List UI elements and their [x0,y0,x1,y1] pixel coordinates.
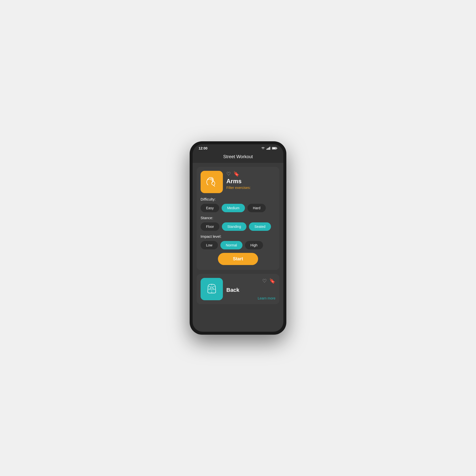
impact-high-btn[interactable]: High [245,241,263,249]
stance-buttons: Floor Standing Seated [201,222,275,231]
content-area: ♡ 🔖 Arms Filter exercises: Difficulty: E… [193,163,283,332]
back-card-name: Back [226,287,275,293]
svg-rect-2 [268,148,269,150]
stance-section: Stance: Floor Standing Seated [201,216,275,231]
stance-standing-btn[interactable]: Standing [222,222,246,231]
back-heart-icon[interactable]: ♡ [262,278,267,284]
status-time: 12:00 [199,146,208,150]
back-card: ♡ 🔖 Back Learn more [197,274,279,304]
back-bookmark-icon[interactable]: 🔖 [269,278,275,284]
start-container: Start [201,253,275,265]
arms-title-area: ♡ 🔖 Arms Filter exercises: [226,171,275,190]
impact-buttons: Low Normal High [201,241,275,249]
svg-rect-0 [267,149,267,150]
phone-frame: 12:00 [190,141,286,335]
phone-screen: 12:00 [193,144,283,332]
filter-exercises-label: Filter exercises: [226,186,275,190]
back-title-area: ♡ 🔖 Back Learn more [226,278,275,300]
stance-label: Stance: [201,216,275,220]
back-icon-container [201,278,223,300]
difficulty-label: Difficulty: [201,197,275,201]
heart-icon[interactable]: ♡ [226,171,231,177]
learn-more-link[interactable]: Learn more [226,296,275,300]
svg-rect-3 [269,147,270,150]
svg-rect-5 [272,148,276,149]
impact-low-btn[interactable]: Low [201,241,218,249]
back-muscle-icon [204,282,219,297]
status-icons [261,147,277,150]
signal-icon [267,147,270,150]
arms-card-header: ♡ 🔖 Arms Filter exercises: [201,171,275,193]
battery-icon [272,147,277,150]
impact-normal-btn[interactable]: Normal [220,241,242,249]
difficulty-buttons: Easy Medium Hard [201,204,275,212]
start-button[interactable]: Start [218,253,258,265]
difficulty-hard-btn[interactable]: Hard [247,204,266,212]
arms-icon-container [201,171,223,193]
back-actions: ♡ 🔖 [262,278,275,284]
impact-label: Impact level: [201,234,275,238]
stance-floor-btn[interactable]: Floor [201,222,219,231]
app-title-bar: Street Workout [193,152,283,163]
difficulty-section: Difficulty: Easy Medium Hard [201,197,275,212]
arms-card: ♡ 🔖 Arms Filter exercises: Difficulty: E… [197,167,279,270]
arms-card-name: Arms [226,178,275,185]
arms-actions: ♡ 🔖 [226,171,275,177]
difficulty-medium-btn[interactable]: Medium [222,204,245,212]
status-bar: 12:00 [193,144,283,152]
svg-rect-6 [277,148,277,149]
stance-seated-btn[interactable]: Seated [249,222,271,231]
wifi-icon [261,147,265,150]
svg-rect-1 [268,148,268,150]
difficulty-easy-btn[interactable]: Easy [201,204,219,212]
impact-section: Impact level: Low Normal High [201,234,275,249]
back-card-header: ♡ 🔖 Back Learn more [201,278,275,300]
app-title: Street Workout [223,154,253,159]
bookmark-icon[interactable]: 🔖 [233,171,239,177]
arms-muscle-icon [204,175,219,189]
